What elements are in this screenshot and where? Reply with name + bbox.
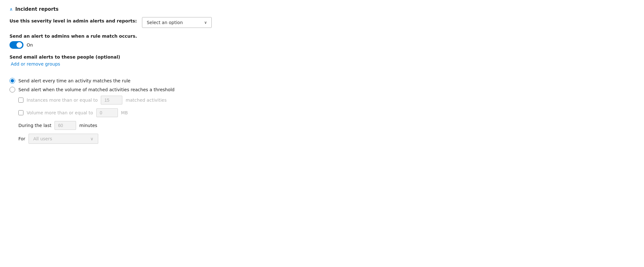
radio-option-1[interactable] (10, 78, 15, 84)
incident-reports-section: ∧ Incident reports Use this severity lev… (10, 6, 634, 144)
radio-group: Send alert every time an activity matche… (10, 78, 634, 144)
for-row: For All users ∨ (18, 134, 634, 144)
threshold-section: Instances more than or equal to matched … (18, 96, 634, 117)
for-dropdown[interactable]: All users ∨ (29, 134, 98, 144)
section-header: ∧ Incident reports (10, 6, 634, 12)
for-label: For (18, 136, 25, 141)
instances-checkbox[interactable] (18, 98, 23, 103)
instances-row: Instances more than or equal to matched … (18, 96, 634, 105)
section-title: Incident reports (15, 6, 58, 12)
during-input[interactable] (55, 121, 76, 130)
instances-label: Instances more than or equal to (27, 98, 98, 103)
toggle-row: On (10, 41, 634, 49)
alert-rule-label: Send an alert to admins when a rule matc… (10, 34, 137, 39)
radio-label-1: Send alert every time an activity matche… (18, 78, 131, 83)
volume-row: Volume more than or equal to MB (18, 108, 634, 117)
minutes-label: minutes (79, 123, 97, 128)
for-dropdown-value: All users (33, 136, 52, 141)
email-section-label: Send email alerts to these people (optio… (10, 54, 120, 60)
volume-label: Volume more than or equal to (27, 110, 93, 115)
volume-checkbox[interactable] (18, 110, 23, 115)
severity-row: Use this severity level in admin alerts … (10, 17, 634, 28)
radio-row-1: Send alert every time an activity matche… (10, 78, 634, 84)
during-label: During the last (18, 123, 51, 128)
chevron-down-icon: ∨ (204, 20, 207, 25)
for-dropdown-chevron-icon: ∨ (90, 136, 93, 141)
add-remove-groups-link[interactable]: Add or remove groups (11, 61, 60, 67)
instances-unit: matched activities (126, 98, 166, 103)
alert-toggle[interactable] (10, 41, 23, 49)
volume-input[interactable] (96, 108, 118, 117)
instances-input[interactable] (101, 96, 122, 105)
toggle-state-label: On (27, 42, 33, 48)
volume-unit: MB (121, 110, 128, 115)
during-row: During the last minutes (18, 121, 634, 130)
radio-row-2: Send alert when the volume of matched ac… (10, 87, 634, 92)
severity-dropdown-placeholder: Select an option (147, 20, 183, 25)
collapse-chevron-icon[interactable]: ∧ (10, 7, 13, 12)
severity-label: Use this severity level in admin alerts … (10, 18, 137, 23)
severity-dropdown[interactable]: Select an option ∨ (142, 17, 212, 28)
radio-option-2[interactable] (10, 87, 15, 92)
radio-label-2: Send alert when the volume of matched ac… (18, 87, 175, 92)
